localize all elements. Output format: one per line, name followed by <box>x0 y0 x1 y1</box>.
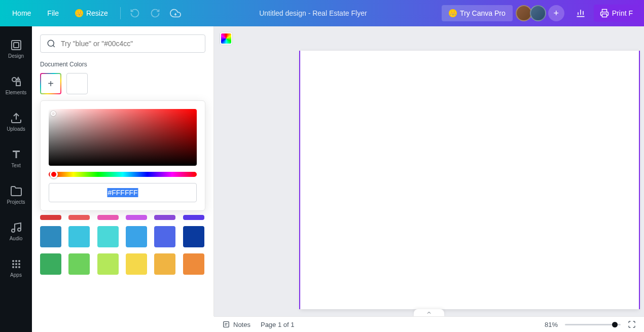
nav-label: Elements <box>6 90 27 95</box>
undo-button[interactable] <box>126 4 144 22</box>
print-button[interactable]: Print F <box>594 5 639 22</box>
color-swatch[interactable] <box>97 215 119 220</box>
color-swatch[interactable] <box>183 253 204 275</box>
current-color-indicator[interactable] <box>220 32 232 45</box>
zoom-handle[interactable] <box>612 322 618 327</box>
color-swatch[interactable] <box>183 215 204 220</box>
nav-text[interactable]: Text <box>0 140 32 176</box>
avatar[interactable] <box>516 5 532 21</box>
search-input[interactable] <box>61 40 199 48</box>
home-label: Home <box>12 9 31 17</box>
uploads-icon <box>10 112 22 124</box>
canvas-area[interactable] <box>214 26 644 316</box>
color-swatch[interactable] <box>126 226 147 247</box>
zoom-slider[interactable] <box>565 324 621 325</box>
design-icon <box>10 39 22 51</box>
nav-uploads[interactable]: Uploads <box>0 103 32 140</box>
notes-icon <box>222 320 230 328</box>
text-icon <box>10 149 22 161</box>
audio-icon <box>10 222 22 234</box>
hue-handle[interactable] <box>50 170 58 178</box>
file-label: File <box>47 9 59 17</box>
page-indicator[interactable]: Page 1 of 1 <box>261 321 295 328</box>
chart-icon <box>576 8 586 18</box>
saturation-handle[interactable] <box>51 111 56 116</box>
zoom-level[interactable]: 81% <box>545 321 558 328</box>
home-button[interactable]: Home <box>5 5 38 21</box>
nav-apps[interactable]: Apps <box>0 249 32 286</box>
document-colors-label: Document Colors <box>40 61 205 68</box>
redo-button[interactable] <box>146 4 164 22</box>
left-nav: Design Elements Uploads Text Projects Au… <box>0 26 32 332</box>
nav-projects[interactable]: Projects <box>0 176 32 213</box>
color-panel: Document Colors + #FFFFFF <box>32 26 214 316</box>
crown-icon: 👑 <box>75 9 83 17</box>
color-swatch[interactable] <box>154 253 175 275</box>
svg-point-2 <box>12 78 16 82</box>
avatar[interactable] <box>530 5 546 21</box>
try-pro-label: Try Canva Pro <box>460 9 506 17</box>
svg-point-8 <box>15 263 17 265</box>
svg-point-6 <box>18 260 20 262</box>
hue-slider[interactable] <box>49 172 197 177</box>
svg-point-4 <box>12 260 14 262</box>
color-swatch[interactable] <box>68 253 90 275</box>
color-swatch[interactable] <box>40 253 61 275</box>
color-swatch[interactable] <box>126 215 147 220</box>
color-swatch[interactable] <box>40 226 61 247</box>
canvas-page[interactable] <box>300 51 639 309</box>
color-swatch[interactable] <box>68 226 90 247</box>
color-swatch[interactable] <box>68 215 90 220</box>
elements-icon <box>10 76 22 88</box>
color-swatch[interactable] <box>40 215 61 220</box>
file-button[interactable]: File <box>40 5 66 21</box>
nav-label: Design <box>8 53 24 59</box>
chevron-up-icon <box>426 310 432 316</box>
try-pro-button[interactable]: 👑 Try Canva Pro <box>442 5 513 21</box>
search-icon <box>47 39 56 48</box>
projects-icon <box>10 185 22 197</box>
color-swatch[interactable] <box>126 253 147 275</box>
color-swatch[interactable] <box>97 226 119 247</box>
bottom-bar: Notes Page 1 of 1 81% <box>214 316 644 332</box>
resize-button[interactable]: 👑 Resize <box>68 5 115 21</box>
add-color-button[interactable]: + <box>40 73 61 94</box>
color-swatch[interactable] <box>154 226 175 247</box>
document-title[interactable]: Untitled design - Real Estate Flyer <box>187 9 440 17</box>
nav-audio[interactable]: Audio <box>0 213 32 249</box>
svg-point-10 <box>12 266 14 268</box>
print-label: Print F <box>612 9 633 17</box>
bottom-right: 81% <box>545 320 636 328</box>
notes-label: Notes <box>233 321 251 328</box>
apps-icon <box>10 258 22 270</box>
document-colors: + <box>40 73 205 94</box>
nav-label: Projects <box>7 199 25 205</box>
color-swatch[interactable] <box>154 215 175 220</box>
nav-design[interactable]: Design <box>0 30 32 67</box>
redo-icon <box>150 8 160 18</box>
saturation-box[interactable] <box>49 109 197 166</box>
nav-label: Audio <box>10 236 23 241</box>
cloud-sync-button[interactable] <box>166 4 185 22</box>
color-picker: #FFFFFF <box>40 100 205 211</box>
color-swatch[interactable] <box>183 226 204 247</box>
svg-rect-3 <box>16 82 20 86</box>
svg-point-12 <box>18 266 20 268</box>
print-icon <box>600 9 609 18</box>
color-swatch[interactable] <box>97 253 119 275</box>
color-search[interactable] <box>40 34 205 53</box>
expand-pages-tab[interactable] <box>414 309 444 316</box>
add-collaborator-button[interactable]: + <box>548 5 564 21</box>
svg-point-11 <box>15 266 17 268</box>
svg-point-5 <box>15 260 17 262</box>
nav-elements[interactable]: Elements <box>0 67 32 103</box>
crown-icon: 👑 <box>449 9 457 17</box>
white-swatch[interactable] <box>66 73 88 94</box>
resize-label: Resize <box>86 9 108 17</box>
topbar: Home File 👑 Resize Untitled design - Rea… <box>0 0 644 26</box>
insights-button[interactable] <box>569 4 592 22</box>
hex-value: #FFFFFF <box>107 188 138 197</box>
default-colors-grid <box>40 215 205 220</box>
notes-button[interactable]: Notes <box>222 320 251 328</box>
fullscreen-icon[interactable] <box>628 320 636 328</box>
